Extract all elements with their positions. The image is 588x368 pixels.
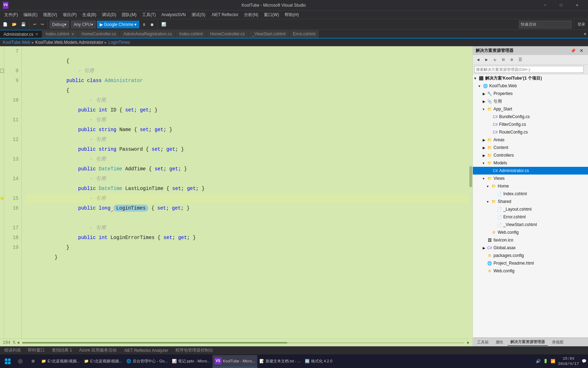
- code-content[interactable]: { - 引用 public class Administrator {: [22, 46, 472, 339]
- tab-viewstart-cshtml[interactable]: _ViewStart.cshtml: [248, 30, 289, 38]
- redo-btn[interactable]: ↪: [39, 21, 45, 28]
- stop-btn[interactable]: ⏹: [149, 21, 155, 28]
- close-administrator-tab[interactable]: ✕: [35, 32, 38, 36]
- tree-models[interactable]: ▾ 📁 Models: [473, 159, 588, 167]
- minimize-button[interactable]: ─: [537, 0, 553, 11]
- close-tab-btn[interactable]: ✕: [582, 30, 588, 38]
- tree-packages-config[interactable]: ⚙ packages.config: [473, 252, 588, 259]
- bottom-tab-packagemanager[interactable]: 程序包管理器控制台: [173, 347, 216, 354]
- zoom-level[interactable]: 194 %: [3, 340, 15, 345]
- search-box-toolbar[interactable]: 快速启动: [519, 21, 572, 28]
- se-tab-classview[interactable]: 类视图: [549, 339, 566, 346]
- menu-help[interactable]: 帮助(H): [282, 11, 302, 19]
- scroll-thumb[interactable]: [469, 166, 472, 187]
- pause-btn[interactable]: ⏸: [141, 21, 147, 28]
- taskbar-taskview[interactable]: ⊞: [27, 355, 39, 368]
- menu-analysissvn[interactable]: AnalysisSVN: [159, 11, 188, 19]
- tree-error-cshtml[interactable]: 📄 Error.cshtml: [473, 213, 588, 221]
- se-forward-btn[interactable]: ▶: [483, 56, 490, 64]
- taskbar-vs[interactable]: VS KoolTube - Micro...: [212, 355, 258, 368]
- path-member[interactable]: LoginTimes: [108, 40, 130, 45]
- tree-global-asax[interactable]: ▶ C# Global.asax: [473, 244, 588, 252]
- tree-favicon[interactable]: 🖼 favicon.ico: [473, 236, 588, 244]
- se-tab-solution[interactable]: 解决方案资源管理器: [507, 339, 548, 346]
- tree-controllers[interactable]: ▶ 📁 Controllers: [473, 151, 588, 159]
- zoom-slider[interactable]: [22, 342, 464, 343]
- se-pin-btn[interactable]: 📌: [569, 47, 577, 55]
- tree-index-cshtml[interactable]: 📄 Index.cshtml: [473, 190, 588, 198]
- taskbar-chrome[interactable]: 🌐 后台管理中心 - Go...: [124, 355, 170, 368]
- tree-webconfig-root[interactable]: ⚙ Web.config: [473, 267, 588, 275]
- taskbar-notepad[interactable]: 📝 新建文本文档.txt - ...: [257, 355, 303, 368]
- menu-debug[interactable]: 调试(D): [99, 11, 119, 19]
- tab-homecontroller-cs[interactable]: HomeController.cs: [78, 30, 120, 38]
- tree-routeconfig[interactable]: C# RouteConfig.cs: [473, 128, 588, 136]
- restore-button[interactable]: □: [553, 0, 569, 11]
- tab-error-cshtml[interactable]: Error.cshtml: [289, 30, 319, 38]
- menu-project[interactable]: 项目(P): [60, 11, 79, 19]
- tree-views[interactable]: ▾ 📁 Views: [473, 175, 588, 182]
- action-center[interactable]: 💬: [582, 359, 587, 363]
- solution-search-input[interactable]: [474, 66, 584, 73]
- se-collapse-btn[interactable]: ⊟: [499, 56, 507, 64]
- tree-shared-folder[interactable]: ▾ 📁 Shared: [473, 198, 588, 205]
- se-filter-btn[interactable]: ☰: [516, 56, 524, 64]
- open-btn[interactable]: 📂: [10, 21, 18, 28]
- menu-analyze[interactable]: 分析(N): [241, 11, 261, 19]
- menu-view[interactable]: 视图(V): [40, 11, 60, 19]
- bottom-tab-errors[interactable]: 错误列表: [1, 347, 24, 354]
- tree-home-folder[interactable]: ▾ 📁 Home: [473, 182, 588, 190]
- login-btn[interactable]: 登录: [576, 21, 587, 28]
- collapse-8[interactable]: −: [0, 69, 4, 73]
- new-project-btn[interactable]: 📄: [1, 21, 9, 28]
- tab-index2-cshtml[interactable]: Index.cshtml: [176, 30, 206, 38]
- taskbar-format[interactable]: 🔤 格式化 4.2.0: [303, 355, 335, 368]
- tree-filterconfig[interactable]: C# FilterConfig.cs: [473, 121, 588, 128]
- tree-solution-root[interactable]: ▾ ⬛ 解决方案'KoolTube'(1 个项目): [473, 74, 588, 82]
- taskbar-powerpoint[interactable]: 📊 笔记.pptx - Micro...: [170, 355, 212, 368]
- se-refresh-btn[interactable]: ↻: [491, 56, 499, 64]
- tree-readme-html[interactable]: 🌐 Project_Readme.html: [473, 259, 588, 267]
- menu-file[interactable]: 文件(F): [1, 11, 21, 19]
- se-back-btn[interactable]: ◀: [474, 56, 482, 64]
- debug-mode-dropdown[interactable]: Debug ▾: [50, 21, 69, 28]
- se-tab-tools[interactable]: 工具箱: [474, 339, 491, 346]
- tab-homecontroller2-cs[interactable]: HomeController.cs: [207, 30, 249, 38]
- tree-properties[interactable]: ▶ 🔧 Properties: [473, 90, 588, 97]
- tree-layout-cshtml[interactable]: 📄 _Layout.cshtml: [473, 205, 588, 213]
- taskbar-fileexplorer2[interactable]: 📁 E:\北蓝视频\视频...: [82, 355, 125, 368]
- tree-viewstart-cshtml[interactable]: 📄 _ViewStart.cshtml: [473, 221, 588, 229]
- close-button[interactable]: ✕: [569, 0, 585, 11]
- taskbar-fileexplorer1[interactable]: 📁 E:\北蓝视频\视频...: [39, 355, 82, 368]
- bottom-tab-immediate[interactable]: 即时窗口: [25, 347, 48, 354]
- path-project[interactable]: KoolTube.Web: [3, 40, 30, 45]
- platform-dropdown[interactable]: Any CPU ▾: [71, 21, 95, 28]
- menu-edit[interactable]: 编辑(E): [21, 11, 40, 19]
- tree-kooltubeWeb[interactable]: ▾ 🌐 KoolTube.Web: [473, 82, 588, 90]
- tab-index-cshtml[interactable]: Index.cshtml ✕: [42, 30, 78, 38]
- path-namespace[interactable]: KoolTube.Web.Models.Administrator: [35, 40, 104, 45]
- menu-reflector[interactable]: .NET Reflector: [208, 11, 241, 19]
- tree-content[interactable]: ▶ 📁 Content: [473, 144, 588, 151]
- tree-administrator-cs[interactable]: C# Administrator.cs: [473, 167, 588, 175]
- undo-btn[interactable]: ↩: [32, 21, 38, 28]
- menu-tools[interactable]: 工具(T): [139, 11, 159, 19]
- start-button[interactable]: [1, 355, 14, 368]
- tab-adminregistration-cs[interactable]: AdminAreaRegistration.cs: [120, 30, 176, 38]
- menu-test[interactable]: 测试(S): [189, 11, 208, 19]
- tree-areas[interactable]: ▶ 📁 Areas: [473, 136, 588, 144]
- close-index-tab[interactable]: ✕: [71, 32, 74, 36]
- scroll-track[interactable]: [469, 46, 472, 339]
- bottom-tab-azure[interactable]: Azure 应用服务活动: [76, 347, 119, 354]
- menu-team[interactable]: 团队(M): [119, 11, 139, 19]
- bottom-tab-findresults[interactable]: 查找结果 1: [49, 347, 75, 354]
- tab-administrator-cs[interactable]: Administrator.cs ✕: [0, 30, 42, 38]
- run-button[interactable]: ▶ Google Chrome ▾: [97, 21, 140, 28]
- tree-bundleconfig[interactable]: C# BundleConfig.cs: [473, 113, 588, 121]
- tree-references[interactable]: ▶ 📎 引用: [473, 97, 588, 105]
- taskbar-search[interactable]: [14, 355, 27, 368]
- se-close-btn[interactable]: ✕: [578, 47, 585, 55]
- menu-window[interactable]: 窗口(W): [261, 11, 282, 19]
- save-btn[interactable]: 💾: [20, 21, 27, 28]
- tree-app-start[interactable]: ▾ 📁 App_Start: [473, 105, 588, 113]
